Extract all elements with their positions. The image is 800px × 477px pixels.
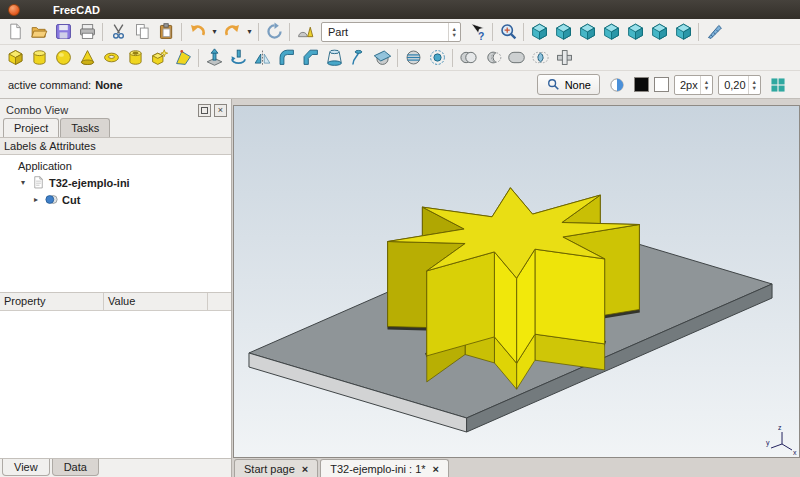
document-tab-bar: Start page×T32-ejemplo-ini : 1*× <box>232 458 800 477</box>
grid-snap-icon[interactable] <box>766 73 790 97</box>
close-tab-icon[interactable]: × <box>433 463 439 475</box>
cylinder-icon[interactable] <box>27 46 51 70</box>
close-panel-icon[interactable]: × <box>214 104 227 117</box>
property-table-header: PropertyValue <box>0 293 231 311</box>
cutbool-icon[interactable] <box>480 46 504 70</box>
revolve-icon[interactable] <box>226 46 250 70</box>
dropdown-caret-icon[interactable]: ▾ <box>244 27 255 36</box>
tab-project[interactable]: Project <box>3 118 59 137</box>
help-icon[interactable]: ? <box>465 20 489 44</box>
command-status-bar: active command: None None 2px ▲▼ 0,20 ▲▼ <box>0 71 800 99</box>
selection-filter-button[interactable]: None <box>537 74 600 95</box>
fitall-icon[interactable] <box>496 20 520 44</box>
cube-iso-icon[interactable] <box>527 20 551 44</box>
spinner-arrows-icon[interactable]: ▲▼ <box>748 76 760 94</box>
appearance-icon[interactable] <box>605 73 629 97</box>
cube-top-icon[interactable] <box>575 20 599 44</box>
window-close-button[interactable] <box>8 4 20 16</box>
line-color-swatch[interactable] <box>634 77 649 92</box>
loft-icon[interactable] <box>322 46 346 70</box>
tolerance-spinner[interactable]: 0,20 ▲▼ <box>718 75 761 95</box>
cube-front-icon[interactable] <box>551 20 575 44</box>
tree-expander-icon[interactable]: ▸ <box>31 195 41 204</box>
tree-item-cut[interactable]: ▸Cut <box>0 191 231 208</box>
extrude-icon[interactable] <box>202 46 226 70</box>
offset-icon[interactable] <box>425 46 449 70</box>
tube-icon[interactable] <box>123 46 147 70</box>
tree-item-label: Application <box>18 160 72 172</box>
svg-text:?: ? <box>477 31 483 41</box>
toolbar-separator <box>102 23 103 41</box>
tab-view[interactable]: View <box>2 459 50 476</box>
line-width-spinner[interactable]: 2px ▲▼ <box>674 75 713 95</box>
tree-item-label: Cut <box>62 194 80 206</box>
cube-rear-icon[interactable] <box>623 20 647 44</box>
union-icon[interactable] <box>504 46 528 70</box>
spinner-arrows-icon[interactable]: ▲▼ <box>700 76 712 94</box>
tab-tasks[interactable]: Tasks <box>60 118 110 137</box>
titlebar: FreeCAD <box>0 0 800 19</box>
labels-attributes-header: Labels & Attributes <box>0 138 231 155</box>
joinconnect-icon[interactable] <box>552 46 576 70</box>
combo-spinner-icon[interactable]: ▲▼ <box>448 23 460 41</box>
3d-scene[interactable]: z y x <box>234 106 799 457</box>
cone-icon[interactable] <box>75 46 99 70</box>
mirror-icon[interactable] <box>250 46 274 70</box>
tree-item-application[interactable]: Application <box>0 157 231 174</box>
cut-icon[interactable] <box>106 20 130 44</box>
toolbar-separator <box>198 49 199 67</box>
wb-icon[interactable] <box>293 20 317 44</box>
sweep-icon[interactable] <box>346 46 370 70</box>
box-icon[interactable] <box>3 46 27 70</box>
shapebuilder-icon[interactable] <box>171 46 195 70</box>
cube-right-icon[interactable] <box>599 20 623 44</box>
svg-text:y: y <box>766 439 770 447</box>
document-icon <box>31 175 46 190</box>
torus-icon[interactable] <box>99 46 123 70</box>
property-column-value[interactable]: Value <box>104 293 208 310</box>
fillet-icon[interactable] <box>274 46 298 70</box>
tree-item-t32-ejemplo-ini[interactable]: ▾T32-ejemplo-ini <box>0 174 231 191</box>
refresh-icon[interactable] <box>262 20 286 44</box>
toolbar-separator <box>523 23 524 41</box>
line-width-value: 2px <box>680 79 698 91</box>
toolbar-separator <box>289 23 290 41</box>
combo-view-title: Combo View <box>6 104 195 116</box>
document-tab[interactable]: T32-ejemplo-ini : 1*× <box>320 459 449 477</box>
primitives-icon[interactable] <box>147 46 171 70</box>
cube-left-icon[interactable] <box>671 20 695 44</box>
measure-icon[interactable] <box>702 20 726 44</box>
toolbar-separator <box>452 49 453 67</box>
xsections-icon[interactable] <box>401 46 425 70</box>
common-icon[interactable] <box>528 46 552 70</box>
boolean-icon[interactable] <box>456 46 480 70</box>
close-tab-icon[interactable]: × <box>302 463 308 475</box>
workbench-selector[interactable]: Part▲▼ <box>321 22 461 42</box>
copy-icon[interactable] <box>130 20 154 44</box>
tree-expander-icon[interactable]: ▾ <box>18 178 28 187</box>
3d-canvas[interactable]: z y x <box>233 105 800 458</box>
open-icon[interactable] <box>27 20 51 44</box>
property-column-property[interactable]: Property <box>0 293 104 310</box>
save-icon[interactable] <box>51 20 75 44</box>
property-table-body <box>0 311 231 458</box>
face-color-swatch[interactable] <box>654 77 669 92</box>
undo-icon[interactable] <box>185 20 209 44</box>
document-tab[interactable]: Start page× <box>234 459 318 477</box>
dropdown-caret-icon[interactable]: ▾ <box>209 27 220 36</box>
float-panel-icon[interactable] <box>198 104 211 117</box>
cube-bottom-icon[interactable] <box>647 20 671 44</box>
redo-icon[interactable] <box>220 20 244 44</box>
new-icon[interactable] <box>3 20 27 44</box>
tab-data[interactable]: Data <box>52 459 99 476</box>
active-command-value: None <box>95 79 123 91</box>
section-icon[interactable] <box>370 46 394 70</box>
paste-icon[interactable] <box>154 20 178 44</box>
tree-item-label: T32-ejemplo-ini <box>49 177 130 189</box>
print-icon[interactable] <box>75 20 99 44</box>
combo-view-tabbar: ProjectTasks <box>0 118 231 138</box>
main-area: Combo View × ProjectTasks Labels & Attri… <box>0 99 800 477</box>
toolbar-separator <box>698 23 699 41</box>
chamfer-icon[interactable] <box>298 46 322 70</box>
sphere-icon[interactable] <box>51 46 75 70</box>
